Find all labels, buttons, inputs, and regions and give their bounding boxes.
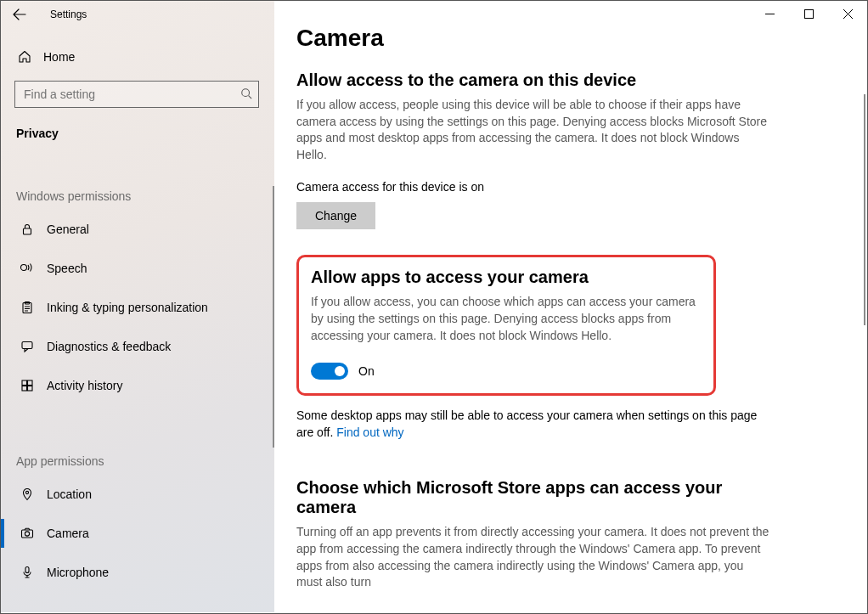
back-button[interactable]: [13, 8, 33, 21]
allow-apps-toggle[interactable]: [311, 363, 348, 380]
desktop-apps-note: Some desktop apps may still be able to a…: [296, 408, 772, 441]
feedback-icon: [16, 340, 38, 353]
toggle-state-label: On: [358, 364, 375, 378]
search-wrap: [14, 81, 261, 108]
sidebar-current-section: Privacy: [16, 127, 259, 140]
close-button[interactable]: [828, 1, 867, 26]
camera-icon: [16, 527, 38, 540]
sidebar-group-app-permissions: App permissions: [16, 454, 259, 468]
section2-desc: If you allow access, you can choose whic…: [311, 294, 702, 344]
section2-title: Allow apps to access your camera: [311, 268, 702, 287]
svg-rect-7: [28, 380, 33, 386]
sidebar-item-inking[interactable]: Inking & typing personalization: [14, 288, 261, 327]
svg-rect-6: [22, 380, 27, 386]
toggle-knob: [335, 366, 345, 376]
sidebar-item-activity[interactable]: Activity history: [14, 366, 261, 405]
svg-point-0: [242, 89, 250, 97]
sidebar-item-camera[interactable]: Camera: [14, 514, 261, 553]
svg-point-10: [25, 491, 28, 493]
sidebar-home[interactable]: Home: [14, 40, 261, 74]
close-icon: [843, 9, 853, 19]
lock-icon: [16, 223, 38, 236]
svg-rect-14: [804, 9, 813, 18]
sidebar-home-label: Home: [43, 50, 75, 64]
clipboard-icon: [16, 301, 38, 314]
speech-icon: [16, 262, 38, 275]
sidebar-item-location[interactable]: Location: [14, 475, 261, 514]
arrow-left-icon: [13, 8, 26, 21]
svg-point-2: [21, 265, 27, 271]
section3-desc: Turning off an app prevents it from dire…: [296, 524, 772, 590]
sidebar-item-label: Speech: [47, 262, 87, 275]
svg-rect-8: [22, 386, 27, 391]
svg-rect-11: [22, 530, 33, 538]
sidebar-item-general[interactable]: General: [14, 210, 261, 249]
sidebar-item-speech[interactable]: Speech: [14, 249, 261, 288]
minimize-button[interactable]: [750, 1, 789, 26]
titlebar: Settings: [1, 1, 274, 28]
main-scrollbar[interactable]: [864, 94, 865, 325]
nav-list-windows-permissions: General Speech Inking & typing personali…: [14, 210, 261, 405]
camera-access-status: Camera access for this device is on: [296, 180, 845, 194]
sidebar-group-windows-permissions: Windows permissions: [16, 189, 259, 203]
svg-rect-13: [25, 567, 29, 573]
sidebar-item-diagnostics[interactable]: Diagnostics & feedback: [14, 327, 261, 366]
svg-rect-5: [22, 342, 32, 349]
maximize-icon: [804, 9, 814, 19]
section1-title: Allow access to the camera on this devic…: [296, 70, 845, 90]
location-icon: [16, 487, 38, 501]
sidebar-item-label: Diagnostics & feedback: [47, 340, 171, 353]
microphone-icon: [16, 566, 38, 579]
nav-list-app-permissions: Location Camera Microphone: [14, 475, 261, 592]
section3-title: Choose which Microsoft Store apps can ac…: [296, 478, 772, 517]
svg-rect-1: [24, 228, 31, 234]
highlight-box: Allow apps to access your camera If you …: [296, 255, 716, 396]
search-icon: [240, 87, 252, 99]
svg-rect-9: [28, 386, 33, 391]
history-icon: [16, 379, 38, 392]
search-input[interactable]: [14, 81, 259, 108]
svg-point-12: [25, 532, 29, 536]
sidebar-item-label: Activity history: [47, 379, 122, 392]
sidebar-item-label: Camera: [47, 527, 89, 540]
home-icon: [14, 50, 35, 64]
section1-desc: If you allow access, people using this d…: [296, 97, 772, 163]
sidebar-item-label: Microphone: [47, 566, 109, 579]
sidebar-item-label: Location: [47, 487, 92, 501]
page-title: Camera: [296, 25, 845, 52]
sidebar-item-microphone[interactable]: Microphone: [14, 553, 261, 592]
minimize-icon: [765, 9, 775, 19]
sidebar-item-label: Inking & typing personalization: [47, 301, 208, 314]
main-content: Camera Allow access to the camera on thi…: [274, 1, 867, 612]
window-controls: [750, 1, 867, 26]
sidebar: Settings Home Privacy Windows permission…: [1, 1, 274, 612]
sidebar-item-label: General: [47, 223, 89, 236]
find-out-why-link[interactable]: Find out why: [336, 425, 403, 439]
window-title: Settings: [50, 8, 87, 20]
change-button[interactable]: Change: [296, 202, 375, 229]
maximize-button[interactable]: [789, 1, 828, 26]
